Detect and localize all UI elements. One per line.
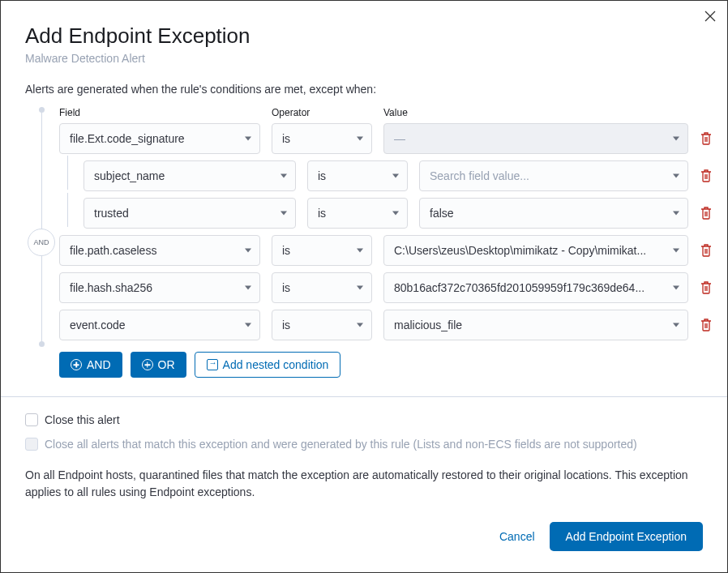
logic-gutter: AND [25,107,59,347]
operator-select[interactable]: is [307,198,408,229]
condition-row: file.path.caseless is C:\Users\zeus\Desk… [59,235,713,266]
condition-row: file.hash.sha256 is 80b16acf372c70365fd2… [59,272,713,303]
close-icon[interactable] [704,11,716,24]
operator-select[interactable]: is [272,310,372,340]
chevron-down-icon [245,286,251,290]
delete-icon[interactable] [700,280,713,295]
header-value: Value [383,107,713,118]
modal-header: Add Endpoint Exception Malware Detection… [1,1,727,73]
delete-icon[interactable] [700,131,713,146]
value-select[interactable]: false [419,198,688,229]
close-this-row: Close this alert [25,413,703,426]
field-select[interactable]: event.code [59,310,260,340]
operator-select[interactable]: is [272,123,372,154]
and-badge: AND [28,229,55,256]
chevron-down-icon [357,249,363,253]
close-all-label: Close all alerts that match this excepti… [45,438,637,451]
chevron-down-icon [280,212,287,216]
chevron-down-icon [392,212,399,216]
value-select[interactable]: 80b16acf372c70365fd201059959f179c369de64… [383,272,688,303]
close-this-label: Close this alert [45,413,120,426]
value-select[interactable]: Search field value... [419,160,688,191]
value-select[interactable]: C:\Users\zeus\Desktop\mimikatz - Copy\mi… [383,235,688,266]
and-button[interactable]: AND [59,352,122,378]
delete-icon[interactable] [700,243,713,258]
intro-text: Alerts are generated when the rule's con… [25,83,713,96]
cancel-button[interactable]: Cancel [499,530,535,543]
modal-subtitle: Malware Detection Alert [25,52,703,65]
chevron-down-icon [245,249,251,253]
value-select[interactable]: malicious_file [383,310,688,340]
delete-icon[interactable] [700,169,713,183]
chevron-down-icon [357,323,363,327]
close-all-row: Close all alerts that match this excepti… [25,438,703,451]
operator-select[interactable]: is [272,235,372,266]
chevron-down-icon [280,174,287,178]
chevron-down-icon [673,286,679,290]
nest-connector [67,156,68,190]
or-button[interactable]: OR [131,352,186,378]
modal-title: Add Endpoint Exception [25,24,703,49]
field-select[interactable]: subject_name [84,160,296,191]
conditions-scroll[interactable]: Alerts are generated when the rule's con… [1,73,727,396]
field-select[interactable]: file.hash.sha256 [59,272,260,303]
chevron-down-icon [245,323,251,327]
nest-connector [67,193,68,227]
header-operator: Operator [272,107,372,118]
plus-circle-icon [71,359,82,370]
condition-row: event.code is malicious_file [59,310,713,340]
close-all-checkbox [25,438,38,451]
condition-row: file.Ext.code_signature is — [59,123,713,154]
chevron-down-icon [673,137,679,141]
value-select[interactable]: — [383,123,688,154]
condition-row: subject_name is Search field value... [59,160,713,191]
nested-icon [207,359,218,370]
field-select[interactable]: trusted [84,198,296,229]
plus-circle-icon [142,359,153,370]
helper-text: On all Endpoint hosts, quarantined files… [25,467,703,501]
column-headers: Field Operator Value [59,107,713,118]
chevron-down-icon [392,174,399,178]
operator-select[interactable]: is [272,272,372,303]
delete-icon[interactable] [700,206,713,220]
chevron-down-icon [673,249,679,253]
delete-icon[interactable] [700,318,713,332]
chevron-down-icon [673,323,679,327]
chevron-down-icon [245,137,251,141]
chevron-down-icon [673,212,679,216]
field-select[interactable]: file.path.caseless [59,235,260,266]
chevron-down-icon [673,174,679,178]
chevron-down-icon [357,286,363,290]
field-select[interactable]: file.Ext.code_signature [59,123,260,154]
condition-row: trusted is false [59,198,713,229]
submit-button[interactable]: Add Endpoint Exception [550,522,703,551]
close-this-checkbox[interactable] [25,413,38,426]
add-nested-button[interactable]: Add nested condition [195,352,341,378]
header-field: Field [59,107,260,118]
operator-select[interactable]: is [307,160,408,191]
chevron-down-icon [357,137,363,141]
